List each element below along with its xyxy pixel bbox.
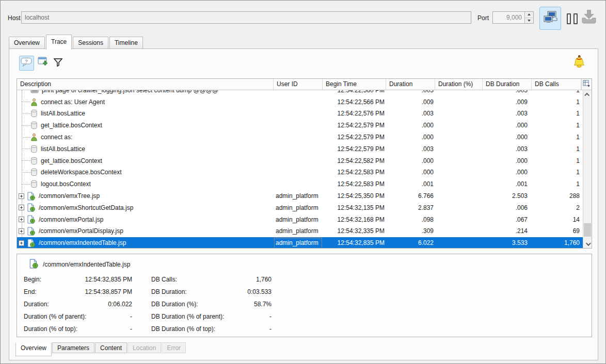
begin-time-cell: 12:54:22,566 PM [323,98,386,106]
tree-stub [22,113,30,114]
spinner-up-icon[interactable] [525,12,533,18]
trace-row[interactable]: deleteWorkspace.bosContext 12:54:22,583 … [17,167,583,178]
db-duration-cell: .006 [483,204,532,211]
trace-row[interactable]: connect as: 12:54:22,579 PM .000 .000 1 [17,131,583,143]
description-cell: get_lattice.bosContext [17,120,274,131]
expand-icon[interactable] [19,205,24,210]
column-selector-icon [583,80,591,89]
begin-time-cell: 12:54:32,835 PM [323,239,386,246]
column-header[interactable]: Description [17,79,274,90]
trace-row[interactable]: get_lattice.bosContext 12:54:22,579 PM .… [17,120,583,131]
bell-button[interactable] [572,55,586,71]
trace-row[interactable]: listAll.bosLattice 12:54:22,579 PM .003 … [17,143,583,155]
tree-stub [22,184,30,185]
tooltip-toggle-button[interactable]: ? [19,56,34,71]
trace-row[interactable]: connect as: User Agent 12:54:22,566 PM .… [17,96,583,108]
description-text: logout.bosContext [41,180,91,188]
main-tab[interactable]: Timeline [109,37,143,49]
detail-tab[interactable]: Overview [15,343,52,356]
detail-fields-left: Begin: 12:54:32,835 PM End: 12:54:38,857… [24,273,132,335]
trace-row[interactable]: /common/emxShortcutGetData.jsp admin_pla… [17,202,583,213]
app-window: Host localhost Port 9,000 [0,0,606,364]
duration-cell: .005 [386,90,435,94]
svg-text:?: ? [25,58,27,64]
user-icon [30,133,38,141]
begin-time-cell: 12:54:32,168 PM [323,216,386,223]
db-duration-cell: 3.533 [483,239,532,246]
trace-row[interactable]: /common/emxPortalDisplay.jsp admin_platf… [17,225,583,237]
statement-icon [30,90,39,93]
expand-icon[interactable] [19,240,24,246]
host-label: Host [8,14,21,22]
port-label: Port [477,14,489,22]
duration-cell: .001 [386,180,435,188]
detail-field-label: Duration (% of top): [24,325,81,333]
vertical-scrollbar[interactable] [583,90,592,248]
column-header[interactable]: Duration [386,79,435,90]
db-duration-cell: .009 [483,98,532,106]
expand-icon[interactable] [19,217,24,222]
table-body: print page of crawler_logging.json selec… [17,90,583,248]
expand-icon[interactable] [19,228,24,234]
detail-field-label: Begin: [24,276,81,283]
main-tab[interactable]: Trace [46,35,72,49]
description-cell: /common/emxIndentedTable.jsp [17,237,274,248]
trace-row[interactable]: get_lattice.bosContext 12:54:22,582 PM .… [17,155,583,167]
begin-time-cell: 12:54:32,335 PM [323,227,386,235]
trace-row[interactable]: /common/emxTree.jsp admin_platform 12:54… [17,190,583,202]
detail-field-label: DB Duration (% of top): [151,325,229,333]
detail-tab[interactable]: Parameters [52,342,94,353]
db-calls-cell: 288 [532,192,582,200]
db-calls-cell: 69 [532,227,582,235]
database-icon [30,109,38,118]
description-text: deleteWorkspace.bosContext [41,169,122,176]
detail-field-value: 12:54:32,835 PM [81,276,132,283]
pause-button[interactable] [564,12,580,25]
user-icon [30,98,38,106]
description-cell: print page of crawler_logging.json selec… [17,90,274,96]
column-header[interactable]: User ID [274,79,323,90]
trace-row[interactable]: listAll.bosLattice 12:54:22,576 PM .003 … [17,108,583,120]
detail-field-label: End: [24,288,81,295]
detail-tab[interactable]: Location [127,342,161,353]
db-calls-cell: 1 [532,134,582,141]
column-header[interactable]: Begin Time [323,79,386,90]
duration-cell: .098 [386,216,435,223]
filter-button[interactable] [51,56,65,70]
expand-icon[interactable] [19,193,24,199]
trace-row[interactable]: print page of crawler_logging.json selec… [17,90,583,96]
save-trace-button[interactable] [36,56,50,70]
trace-row[interactable]: /common/emxPortal.jsp admin_platform 12:… [17,213,583,225]
trace-row[interactable]: logout.bosContext 12:54:22,583 PM .001 .… [17,178,583,190]
db-calls-cell: 1 [532,122,582,129]
detail-tab[interactable]: Error [162,342,186,353]
scrollbar-thumb[interactable] [584,223,591,237]
column-header[interactable]: DB Duration [483,79,532,90]
column-header[interactable]: Duration (%) [435,79,483,90]
spinner-down-icon[interactable] [525,18,533,24]
scroll-down-icon[interactable] [583,240,592,248]
detail-field-label: DB Duration (% of parent): [151,313,229,320]
description-text: listAll.bosLattice [41,145,85,153]
database-icon [30,157,38,165]
scroll-up-icon[interactable] [583,90,592,98]
column-header[interactable]: DB Calls [532,79,581,90]
duration-cell: 6.022 [386,239,435,246]
connect-button[interactable] [539,7,561,30]
detail-tab[interactable]: Content [95,342,127,353]
save-window-icon [38,57,49,69]
db-calls-cell: 14 [532,216,582,223]
description-cell: connect as: [17,131,274,143]
port-spinner[interactable]: 9,000 [492,11,534,24]
detail-field-label: DB Duration: [151,288,229,295]
main-tab[interactable]: Overview [9,37,45,49]
column-selector-button[interactable] [581,79,592,90]
user-id-cell: admin_platform [274,227,323,235]
main-tab[interactable]: Sessions [73,37,108,49]
db-calls-cell: 1 [532,110,582,117]
database-icon [30,121,38,129]
duration-cell: 6.766 [386,192,435,200]
trace-row[interactable]: /common/emxIndentedTable.jsp admin_platf… [17,237,583,248]
pause-icon [573,13,578,24]
host-input[interactable]: localhost [21,11,471,24]
